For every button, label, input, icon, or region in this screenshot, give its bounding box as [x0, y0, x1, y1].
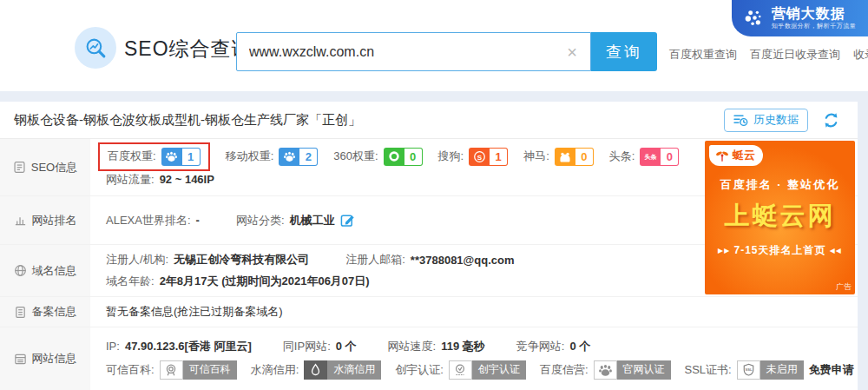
sidebar-label-seo: SEO信息	[31, 160, 77, 175]
search-input[interactable]	[237, 33, 554, 70]
result-toolbar: 钢板仓设备-钢板仓波纹板成型机-钢板仓生产线厂家「正创」 历史数据	[0, 102, 858, 139]
sidebar-label-domain: 域名信息	[32, 263, 77, 279]
site-category-label: 网站分类:	[236, 213, 285, 228]
sidebar-label-site: 网站信息	[32, 351, 77, 367]
trusted-baike-badge[interactable]: 可信百科	[160, 360, 237, 380]
sogou-weight-value: 1	[490, 148, 508, 166]
water-drop-icon	[304, 360, 327, 380]
toutiao-weight-badge[interactable]: 头条 0	[640, 148, 679, 166]
ssl-cert-badge[interactable]: SSL 未启用	[737, 360, 804, 380]
baidu-weight-value: 1	[182, 148, 201, 166]
toutiao-label: 头条:	[609, 149, 635, 164]
sogou-label: 搜狗:	[438, 149, 464, 164]
trusted-baike-badge-text: 可信百科	[183, 360, 237, 380]
ip-label: IP:	[106, 340, 120, 353]
sidebar-item-domain-info: 域名信息	[0, 245, 90, 296]
baidu-paw-icon	[161, 148, 182, 166]
mobile-weight-label: 移动权重:	[226, 149, 274, 164]
page: SEO综合查询 × 查询 百度权重查询 百度近日收录查询 收录查询 营销大数据 …	[0, 0, 868, 390]
list-panel-icon	[14, 353, 27, 366]
shenma-weight-value: 0	[575, 148, 594, 166]
baidu-paw-icon	[279, 148, 299, 166]
app-logo	[75, 27, 116, 69]
ad-tag: 广告	[836, 281, 852, 293]
magnifier-trend-icon	[84, 36, 108, 60]
clear-icon[interactable]: ×	[554, 43, 590, 61]
marketing-banner[interactable]: 营销大数据 知乎数据分析，解析千万流量	[732, 0, 868, 36]
edit-category-icon[interactable]	[340, 213, 355, 228]
emblem-icon	[160, 360, 183, 380]
ad-headline: 百度排名 · 整站优化	[705, 177, 855, 193]
link-baidu-recent-index-query[interactable]: 百度近日收录查询	[750, 47, 840, 63]
shenma-label: 神马:	[523, 149, 549, 164]
globe-www-icon	[14, 264, 27, 277]
alexa-rank-value: -	[196, 214, 200, 227]
highlight-box-baidu-weight: 百度权重: 1	[98, 142, 210, 171]
document-note-icon	[13, 161, 26, 174]
sogou-s-icon: S	[469, 148, 490, 166]
competitor-sites-label: 竞争网站:	[516, 339, 565, 354]
link-baidu-weight-query[interactable]: 百度权重查询	[669, 47, 737, 63]
site-category-value: 机械工业	[290, 213, 335, 228]
history-data-button[interactable]: 历史数据	[724, 109, 808, 132]
shuidi-credit-badge[interactable]: 水滴信用	[304, 360, 381, 380]
refresh-icon[interactable]	[822, 111, 840, 129]
bar-chart-icon	[14, 214, 27, 227]
document-icon	[14, 306, 27, 319]
chuangyu-cert-badge-text: 创宇认证	[472, 360, 526, 380]
app-title: SEO综合查询	[124, 36, 253, 63]
ssl-cert-label: SSL证书:	[685, 362, 732, 378]
sidebar-item-site-info: 网站信息	[0, 327, 90, 390]
query-button[interactable]: 查询	[591, 32, 657, 71]
ssl-free-apply-link[interactable]: 免费申请	[809, 362, 854, 378]
toutiao-weight-value: 0	[661, 148, 679, 166]
registrant-value: 无锡正创冷弯科技有限公司	[174, 252, 309, 268]
baidu-xinying-label: 百度信营:	[540, 362, 589, 378]
shenma-mascot-icon	[555, 148, 575, 166]
sogou-weight-badge[interactable]: S 1	[469, 148, 508, 166]
icp-status-text: 暂无备案信息(抢注已过期备案域名)	[106, 304, 283, 320]
result-card: 钢板仓设备-钢板仓波纹板成型机-钢板仓生产线厂家「正创」 历史数据	[0, 102, 858, 390]
domain-age-value: 2年8月17天 (过期时间为2021年06月07日)	[160, 274, 370, 289]
ad-main-slogan: 上蜓云网	[705, 199, 855, 234]
sidebar-item-seo-info: SEO信息	[0, 139, 90, 195]
ip-value: 47.90.123.6[香港 阿里云]	[125, 339, 252, 354]
chuangyu-cert-badge[interactable]: 创宇认证	[449, 360, 526, 380]
banner-title: 营销大数据	[772, 6, 857, 22]
shenma-weight-badge[interactable]: 0	[555, 148, 594, 166]
ssl-shield-icon: SSL	[737, 360, 760, 380]
banner-subtitle: 知乎数据分析，解析千万流量	[772, 22, 857, 30]
baidu-weight-label: 百度权重:	[108, 149, 156, 164]
baidu-official-cert-badge[interactable]: 官网认证	[594, 360, 671, 380]
link-index-query[interactable]: 收录查询	[853, 47, 868, 63]
shuidi-credit-label: 水滴信用:	[251, 362, 299, 378]
mobile-weight-badge[interactable]: 2	[279, 148, 318, 166]
same-ip-sites-label: 同IP网站:	[283, 339, 331, 354]
svg-text:SSL: SSL	[745, 367, 752, 372]
domain-age-label: 域名年龄:	[106, 274, 155, 289]
search-bar: ×	[236, 32, 591, 71]
history-button-label: 历史数据	[753, 112, 799, 128]
registrant-email-value: **3788081@qq.com	[411, 254, 515, 267]
mobile-weight-value: 2	[299, 148, 318, 166]
qihoo-weight-badge[interactable]: 0	[384, 148, 423, 166]
sidebar-item-site-rank: 网站排名	[0, 196, 90, 244]
baidu-weight-badge[interactable]: 1	[161, 148, 201, 166]
traffic-value: 92 ~ 146IP	[160, 173, 214, 186]
trusted-baike-label: 可信百科:	[106, 362, 155, 378]
site-speed-label: 网站速度:	[388, 339, 437, 354]
chuangyu-cert-label: 创宇认证:	[395, 362, 444, 378]
tingyun-brand-text: 蜓云	[733, 148, 755, 163]
tingyun-logo: 蜓云	[709, 145, 763, 166]
verified-v-icon	[449, 360, 472, 380]
tingyun-ad[interactable]: 蜓云 百度排名 · 整站优化 上蜓云网 ▸▸ 7-15天排名上首页 ◂◂ 广告	[705, 141, 855, 294]
history-list-clock-icon	[733, 114, 748, 127]
header-links: 百度权重查询 百度近日收录查询 收录查询	[669, 47, 868, 63]
ring-360-icon	[384, 148, 404, 166]
competitor-sites-value: 0 个	[569, 339, 590, 354]
alexa-rank-label: ALEXA世界排名:	[106, 213, 191, 228]
shuidi-credit-badge-text: 水滴信用	[327, 360, 381, 380]
baidu-paw-gray-icon	[594, 360, 617, 380]
sidebar-label-rank: 网站排名	[32, 213, 77, 228]
header: SEO综合查询 × 查询 百度权重查询 百度近日收录查询 收录查询 营销大数据 …	[0, 0, 868, 91]
